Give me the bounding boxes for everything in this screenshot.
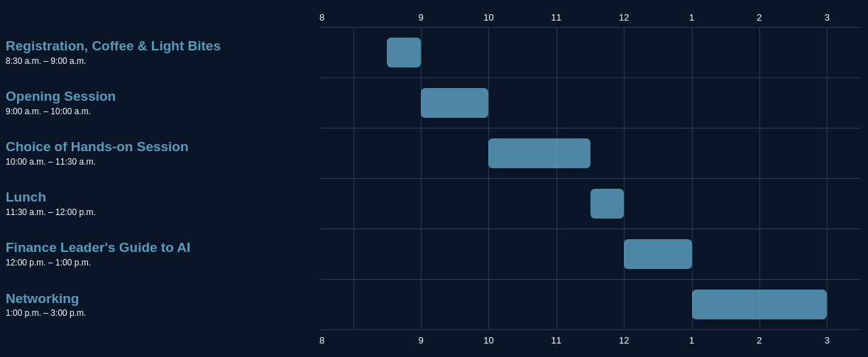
bar-5 bbox=[692, 290, 828, 319]
bar-4 bbox=[624, 239, 691, 269]
row-title-2: Choice of Hands-on Session bbox=[6, 139, 319, 155]
bar-0 bbox=[387, 38, 421, 67]
label-cell-2: Choice of Hands-on Session10:00 a.m. – 1… bbox=[6, 128, 319, 178]
label-cell-3: Lunch11:30 a.m. – 12:00 p.m. bbox=[6, 178, 319, 229]
row-time-1: 9:00 a.m. – 10:00 a.m. bbox=[6, 106, 319, 116]
time-tick-top-9: 9 bbox=[387, 12, 454, 23]
bottom-axis: 89101112123 bbox=[319, 330, 861, 350]
grid-row-1 bbox=[319, 77, 861, 128]
time-tick-bottom-10: 10 bbox=[455, 335, 522, 346]
bar-3 bbox=[590, 189, 625, 219]
time-tick-bottom-1: 1 bbox=[658, 335, 725, 346]
time-tick-bottom-12: 12 bbox=[590, 335, 658, 346]
time-tick-bottom-9: 9 bbox=[387, 335, 454, 346]
grid-row-2 bbox=[319, 128, 861, 178]
label-cell-1: Opening Session9:00 a.m. – 10:00 a.m. bbox=[6, 77, 319, 128]
top-axis: 89101112123 bbox=[319, 7, 861, 27]
row-title-5: Networking bbox=[6, 291, 319, 307]
grid-rows bbox=[319, 27, 861, 330]
time-tick-bottom-3: 3 bbox=[793, 335, 861, 346]
grid-row-3 bbox=[319, 178, 861, 229]
row-time-0: 8:30 a.m. – 9:00 a.m. bbox=[6, 56, 319, 66]
time-tick-top-10: 10 bbox=[455, 12, 522, 23]
row-time-3: 11:30 a.m. – 12:00 p.m. bbox=[6, 207, 319, 217]
label-cell-0: Registration, Coffee & Light Bites8:30 a… bbox=[6, 27, 319, 77]
grid-row-5 bbox=[319, 279, 861, 330]
time-tick-bottom-2: 2 bbox=[725, 335, 793, 346]
row-title-4: Finance Leader's Guide to AI bbox=[6, 240, 319, 256]
bar-1 bbox=[421, 88, 488, 118]
row-title-3: Lunch bbox=[6, 190, 319, 206]
row-time-4: 12:00 p.m. – 1:00 p.m. bbox=[6, 258, 319, 268]
schedule-container: Registration, Coffee & Light Bites8:30 a… bbox=[0, 0, 868, 357]
time-tick-top-1: 1 bbox=[658, 12, 725, 23]
row-time-2: 10:00 a.m. – 11:30 a.m. bbox=[6, 157, 319, 167]
bar-2 bbox=[488, 138, 590, 168]
grid-row-0 bbox=[319, 27, 861, 77]
label-cell-4: Finance Leader's Guide to AI12:00 p.m. –… bbox=[6, 229, 319, 279]
chart-column: 89101112123 89101112123 bbox=[319, 7, 861, 350]
time-tick-top-12: 12 bbox=[590, 12, 658, 23]
time-tick-top-8: 8 bbox=[319, 12, 387, 23]
time-tick-top-11: 11 bbox=[522, 12, 590, 23]
row-time-5: 1:00 p.m. – 3:00 p.m. bbox=[6, 308, 319, 318]
row-title-1: Opening Session bbox=[6, 89, 319, 105]
label-cell-5: Networking1:00 p.m. – 3:00 p.m. bbox=[6, 279, 319, 330]
time-tick-top-2: 2 bbox=[725, 12, 793, 23]
time-tick-bottom-8: 8 bbox=[319, 335, 387, 346]
labels-column: Registration, Coffee & Light Bites8:30 a… bbox=[0, 7, 319, 350]
time-tick-bottom-11: 11 bbox=[522, 335, 590, 346]
row-title-0: Registration, Coffee & Light Bites bbox=[6, 38, 319, 55]
time-tick-top-3: 3 bbox=[793, 12, 861, 23]
grid-row-4 bbox=[319, 229, 861, 279]
